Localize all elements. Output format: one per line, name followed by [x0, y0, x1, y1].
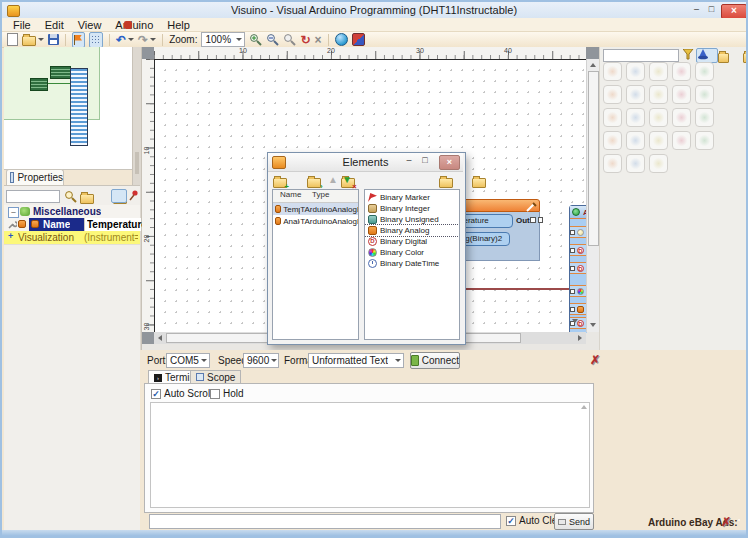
vertical-scroll-thumb[interactable] [588, 71, 599, 246]
scroll-down-icon[interactable] [590, 323, 596, 327]
palette-icon[interactable] [649, 154, 668, 173]
property-row-name[interactable]: Name Temperature [4, 218, 140, 232]
menu-file[interactable]: File [6, 19, 38, 31]
category-item[interactable]: Binary Unsigned [365, 214, 459, 225]
palette-icon[interactable] [672, 131, 691, 150]
scroll-right-icon[interactable] [578, 335, 582, 341]
close-button[interactable]: × [721, 4, 747, 19]
palette-icon[interactable] [626, 131, 645, 150]
zoom-out-button[interactable] [266, 33, 279, 47]
palette-icon[interactable] [695, 62, 714, 81]
maximize-button[interactable]: □ [705, 4, 718, 16]
out-pin[interactable] [538, 217, 543, 223]
insert-element-button[interactable]: › [307, 178, 321, 188]
category-item-selected[interactable]: Binary Analog [365, 225, 459, 236]
arduino-block-header[interactable]: Ard [570, 206, 587, 219]
category-item[interactable]: Binary Marker [365, 192, 459, 203]
terminal-output[interactable] [150, 402, 590, 508]
menu-edit[interactable]: Edit [38, 19, 71, 31]
minimize-button[interactable]: – [690, 4, 703, 16]
wizard-filter-button[interactable] [696, 48, 718, 63]
scroll-up-icon[interactable] [590, 63, 596, 67]
palette-icon[interactable] [649, 62, 668, 81]
menu-arduino[interactable]: Arduino [108, 19, 160, 31]
send-button[interactable]: Send [554, 513, 594, 530]
new-project-button[interactable] [7, 33, 18, 47]
property-row-visualization[interactable]: + Visualization (Instrument=Angul... [4, 231, 140, 245]
palette-icon[interactable] [626, 62, 645, 81]
category-item[interactable]: Binary Digital [365, 236, 459, 247]
send-text-input[interactable] [149, 514, 501, 529]
pin[interactable] [570, 230, 575, 235]
add-element-button[interactable]: + [273, 178, 287, 188]
snap-grid-toggle[interactable] [89, 32, 103, 48]
pin[interactable] [570, 307, 575, 312]
ads-tools-icon[interactable]: ✗ [721, 516, 731, 528]
open-project-button[interactable] [22, 33, 44, 47]
palette-icon[interactable] [695, 131, 714, 150]
dialog-maximize-button[interactable]: □ [419, 155, 431, 167]
element-categories-list[interactable]: Binary Marker Binary Integer Binary Unsi… [364, 189, 460, 340]
filter-funnel-icon[interactable] [683, 49, 694, 61]
tab-properties[interactable]: Properties [6, 169, 64, 185]
port-select[interactable]: COM5 [166, 353, 210, 368]
palette-icon[interactable] [626, 154, 645, 173]
move-down-button[interactable]: ▼ [342, 174, 352, 185]
elements-list[interactable]: Name Type Temper... TArduinoAnalogBinar.… [272, 189, 359, 340]
palette-icon[interactable] [603, 62, 622, 81]
palette-icon[interactable] [672, 85, 691, 104]
component-search-input[interactable] [603, 49, 679, 62]
menu-view[interactable]: View [71, 19, 109, 31]
pin[interactable] [570, 266, 575, 271]
connect-button[interactable]: Connect [410, 352, 460, 369]
palette-icon[interactable] [649, 108, 668, 127]
expand-categories-button[interactable] [743, 53, 748, 63]
collapse-icon[interactable]: – [8, 207, 19, 218]
scroll-up-icon[interactable] [581, 405, 587, 409]
palette-icon[interactable] [603, 85, 622, 104]
tab-scope[interactable]: Scope [190, 370, 241, 384]
palette-icon[interactable] [626, 108, 645, 127]
palette-icon[interactable] [603, 131, 622, 150]
palette-icon[interactable] [649, 85, 668, 104]
palette-icon[interactable] [626, 85, 645, 104]
pin[interactable] [570, 248, 575, 253]
selected-property[interactable]: Name [29, 218, 84, 231]
palette-icon[interactable] [649, 131, 668, 150]
speed-select[interactable]: 9600 [243, 353, 279, 368]
serial-tools-icon[interactable]: ✗ [590, 354, 600, 366]
expand-icon[interactable]: + [8, 231, 13, 241]
element-row[interactable]: Analog[... TArduinoAnalogBinar... [273, 215, 358, 227]
format-select[interactable]: Unformatted Text [308, 353, 404, 368]
move-up-button[interactable]: ▲ [328, 174, 338, 185]
property-filter-icon[interactable] [64, 190, 77, 203]
palette-icon[interactable] [672, 62, 691, 81]
zoom-select[interactable]: 100% [201, 32, 245, 47]
elements-dialog[interactable]: Elements – □ × + › × ▲ ▼ Name Type Tempe… [267, 152, 466, 345]
package-button[interactable] [352, 33, 365, 47]
scroll-left-icon[interactable] [158, 335, 162, 341]
menu-help[interactable]: Help [160, 19, 197, 31]
redo-button[interactable]: ↷ [138, 33, 156, 47]
expand-all-button[interactable] [80, 194, 94, 204]
save-button[interactable] [48, 33, 59, 47]
pin-row[interactable]: In [570, 226, 587, 238]
tools-icon[interactable] [526, 202, 537, 212]
pin-row[interactable]: Digit [570, 262, 587, 274]
pin-captions-toggle[interactable] [72, 32, 85, 48]
palette-icon[interactable] [603, 154, 622, 173]
pin[interactable] [570, 289, 575, 294]
auto-scroll-checkbox[interactable]: ✓ [151, 389, 161, 399]
property-category-row[interactable]: – Miscellaneous [4, 205, 140, 219]
pin-row[interactable]: Anal [570, 303, 587, 315]
auto-clear-checkbox[interactable]: ✓ [506, 516, 516, 526]
refresh-button[interactable]: ↻ [300, 33, 310, 47]
undo-button[interactable]: ↶ [116, 33, 134, 47]
canvas-vertical-scrollbar[interactable] [586, 59, 600, 332]
hold-checkbox[interactable] [210, 389, 220, 399]
property-name-value-cell[interactable]: Temperature [84, 218, 141, 231]
pin-panel-icon[interactable] [128, 189, 140, 201]
pin-row[interactable]: Digit [570, 285, 587, 297]
palette-icon[interactable] [603, 108, 622, 127]
arduino-block[interactable]: Ard In Digit Digit [569, 205, 587, 333]
